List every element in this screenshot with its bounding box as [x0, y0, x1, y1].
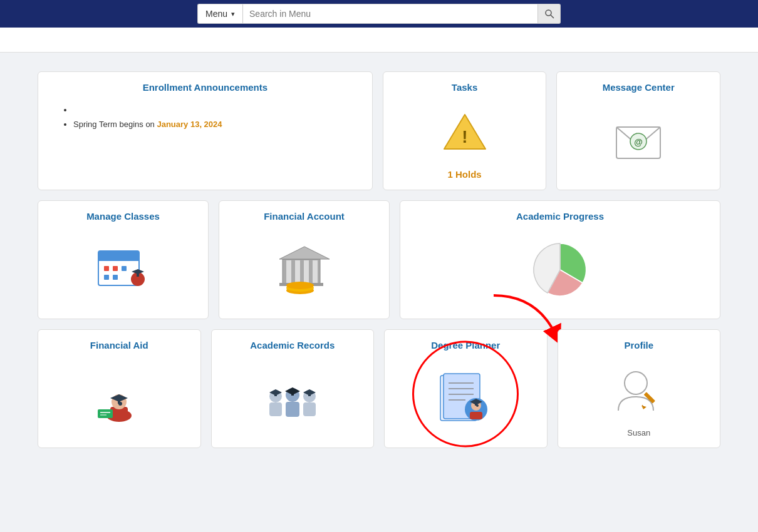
- academic-progress-card[interactable]: Academic Progress: [400, 200, 720, 319]
- message-center-title: Message Center: [603, 82, 675, 93]
- academic-records-card[interactable]: Academic Records: [211, 329, 375, 448]
- graduates-group-icon: [264, 372, 321, 422]
- warning-icon: !: [443, 111, 487, 152]
- financial-aid-card[interactable]: Financial Aid: [38, 329, 201, 448]
- tasks-card[interactable]: Tasks ! 1 Holds: [383, 71, 547, 190]
- financial-aid-title: Financial Aid: [90, 340, 148, 350]
- svg-point-59: [476, 404, 479, 407]
- enrollment-title: Enrollment Announcements: [48, 82, 362, 93]
- profile-icon: [612, 366, 665, 416]
- profile-icon-area: [612, 357, 665, 424]
- financial-account-icon-area: [276, 228, 333, 309]
- financial-aid-icon-area: [93, 357, 146, 437]
- svg-point-62: [625, 372, 647, 394]
- announcements-body: Spring Term begins on January 13, 2024: [48, 99, 362, 140]
- search-input[interactable]: [242, 4, 538, 24]
- announcement-item-1: [73, 105, 350, 115]
- academic-progress-icon-area: [526, 228, 594, 309]
- chevron-down-icon: ▾: [231, 10, 235, 18]
- search-button[interactable]: [538, 4, 561, 24]
- profile-card[interactable]: Profile Susan: [558, 329, 721, 448]
- envelope-icon: @: [613, 118, 663, 161]
- academic-progress-title: Academic Progress: [516, 211, 604, 222]
- message-icon-area: @: [613, 99, 663, 180]
- svg-rect-20: [286, 260, 291, 283]
- grad-money-icon: [93, 371, 146, 424]
- svg-rect-34: [98, 409, 113, 418]
- svg-rect-21: [295, 260, 300, 283]
- svg-rect-46: [303, 402, 316, 416]
- tasks-title: Tasks: [452, 82, 477, 93]
- profile-username: Susan: [627, 428, 650, 437]
- svg-rect-23: [313, 260, 318, 283]
- svg-rect-48: [308, 392, 311, 396]
- svg-rect-22: [304, 260, 309, 283]
- menu-label: Menu: [205, 9, 227, 19]
- tasks-icon-area: !: [443, 99, 487, 164]
- holds-label: Holds: [455, 169, 482, 180]
- degree-planner-icon: [437, 371, 494, 424]
- menu-button[interactable]: Menu ▾: [197, 4, 242, 24]
- row-2: Manage Classes: [38, 200, 720, 319]
- message-center-card[interactable]: Message Center @: [556, 71, 720, 190]
- svg-rect-12: [104, 275, 109, 280]
- header: Menu ▾: [0, 0, 758, 28]
- dashboard-grid: Enrollment Announcements Spring Term beg…: [38, 71, 720, 448]
- svg-text:@: @: [634, 137, 643, 147]
- pie-chart-icon: [526, 237, 594, 300]
- degree-planner-icon-area: [437, 357, 494, 437]
- svg-point-27: [286, 282, 314, 289]
- profile-title: Profile: [624, 340, 653, 350]
- svg-point-0: [546, 10, 551, 16]
- svg-rect-13: [113, 275, 118, 280]
- svg-rect-17: [137, 272, 139, 277]
- search-icon: [544, 9, 554, 19]
- svg-marker-19: [279, 247, 330, 259]
- holds-number: 1: [447, 169, 452, 180]
- svg-rect-60: [470, 412, 482, 419]
- degree-planner-card[interactable]: Degree Planner: [384, 329, 548, 448]
- bank-icon: [276, 242, 333, 295]
- row-3: Financial Aid: [38, 329, 720, 448]
- svg-text:!: !: [462, 127, 467, 146]
- svg-rect-11: [122, 266, 127, 271]
- menu-search-bar: Menu ▾: [197, 4, 561, 24]
- svg-point-33: [118, 402, 122, 406]
- svg-rect-40: [274, 392, 277, 396]
- svg-marker-64: [641, 406, 646, 409]
- svg-rect-10: [113, 266, 118, 271]
- financial-account-card[interactable]: Financial Account: [219, 200, 390, 319]
- holds-count: 1 Holds: [447, 169, 481, 180]
- svg-rect-38: [269, 402, 282, 416]
- announcement-item-2: Spring Term begins on January 13, 2024: [73, 120, 350, 129]
- degree-planner-title: Degree Planner: [431, 340, 500, 350]
- enrollment-announcements-card[interactable]: Enrollment Announcements Spring Term beg…: [38, 71, 373, 190]
- manage-classes-title: Manage Classes: [86, 211, 160, 222]
- main-content: Enrollment Announcements Spring Term beg…: [0, 53, 758, 467]
- academic-records-title: Academic Records: [250, 340, 335, 350]
- academic-records-icon-area: [264, 357, 321, 437]
- row-1: Enrollment Announcements Spring Term beg…: [38, 71, 720, 190]
- svg-rect-42: [286, 402, 299, 417]
- svg-rect-9: [104, 266, 109, 271]
- svg-rect-44: [291, 391, 294, 396]
- svg-line-1: [551, 15, 554, 18]
- spring-date: January 13, 2024: [157, 120, 222, 129]
- subheader: [0, 28, 758, 53]
- manage-classes-card[interactable]: Manage Classes: [38, 200, 209, 319]
- manage-classes-icon-area: [95, 228, 152, 309]
- calendar-grad-icon: [95, 242, 152, 295]
- svg-rect-8: [98, 251, 139, 261]
- financial-account-title: Financial Account: [264, 211, 345, 222]
